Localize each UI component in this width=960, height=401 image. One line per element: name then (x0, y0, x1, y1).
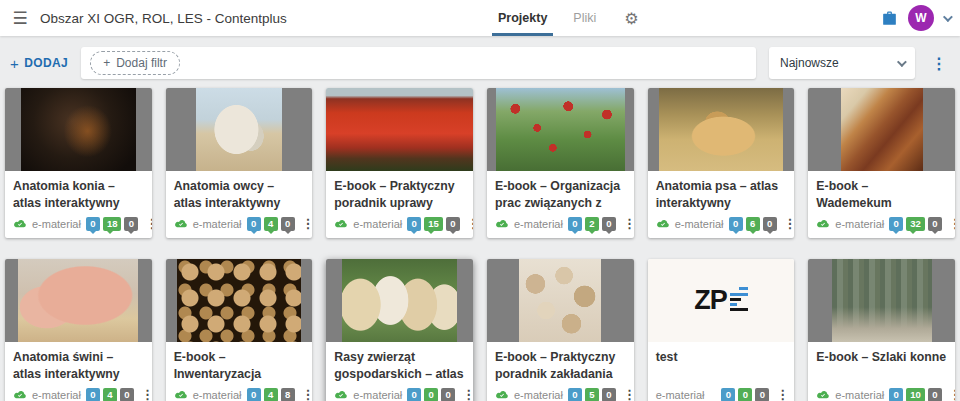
card-footer: e-materiał 0 4 0 ⋮ (166, 212, 313, 238)
tab-pliki[interactable]: Pliki (569, 0, 600, 36)
card-menu-icon[interactable]: ⋮ (302, 216, 313, 231)
project-card[interactable]: E-book – Inwentaryzacja drzewostanów. Ba… (166, 259, 313, 401)
briefcase-icon[interactable] (880, 9, 899, 28)
project-thumbnail-tulips (326, 88, 473, 171)
project-title: Anatomia owcy – atlas interaktywny (166, 171, 313, 212)
zpe-logo: ZP (694, 285, 748, 316)
cloud-check-icon (495, 217, 509, 231)
gear-icon[interactable]: ⚙ (624, 9, 638, 28)
project-card[interactable]: Anatomia konia – atlas interaktywny e-ma… (5, 88, 152, 238)
project-title: Anatomia świni – atlas interaktywny (5, 342, 152, 383)
counter-badges: 0 4 8 (247, 388, 295, 401)
counter-badge-blue: 0 (407, 217, 421, 231)
counter-badges: 0 4 0 (247, 217, 295, 231)
counter-badge-gray: 0 (446, 217, 460, 231)
card-footer: e-materiał 0 18 0 ⋮ (5, 212, 152, 238)
project-title: Rasy zwierząt gospodarskich – atlas inte… (326, 342, 473, 383)
card-footer: e-materiał 0 5 0 ⋮ (487, 383, 634, 401)
material-type-label: e-materiał (32, 389, 81, 401)
card-menu-icon[interactable]: ⋮ (623, 216, 634, 231)
project-card[interactable]: Rasy zwierząt gospodarskich – atlas inte… (326, 259, 473, 401)
counter-badge-green: 0 (424, 388, 438, 401)
toolbar-menu-icon[interactable]: ⋮ (928, 54, 950, 73)
project-title: E-book – Inwentaryzacja drzewostanów. Ba… (166, 342, 313, 383)
card-menu-icon[interactable]: ⋮ (462, 387, 473, 401)
counter-badge-green: 18 (103, 217, 122, 231)
counter-badge-gray: 0 (124, 217, 138, 231)
card-menu-icon[interactable]: ⋮ (784, 216, 795, 231)
project-thumbnail-puppy (648, 88, 795, 171)
project-card[interactable]: E-book – Szlaki konne e-materiał 0 10 0 … (808, 259, 955, 401)
project-thumbnail-mushrooms (487, 259, 634, 342)
tab-projekty[interactable]: Projekty (494, 0, 551, 36)
add-button[interactable]: + DODAJ (10, 55, 68, 72)
project-card[interactable]: Anatomia owcy – atlas interaktywny e-mat… (166, 88, 313, 238)
counter-badge-green: 32 (906, 217, 925, 231)
counter-badge-gray: 0 (928, 217, 942, 231)
project-thumbnail-pigs (5, 259, 152, 342)
project-thumbnail-riders (808, 259, 955, 342)
counter-badge-blue: 0 (568, 388, 582, 401)
project-title: E-book – Wademekum technologii produkcji… (808, 171, 955, 212)
card-menu-icon[interactable]: ⋮ (302, 387, 313, 401)
card-footer: e-materiał 0 32 0 ⋮ (808, 212, 955, 238)
counter-badge-green: 10 (906, 388, 925, 401)
counter-badge-green: 5 (585, 388, 599, 401)
material-type-label: e-materiał (835, 389, 884, 401)
filter-bar: + Dodaj filtr (81, 47, 756, 79)
counter-badge-blue: 0 (721, 388, 735, 401)
cloud-check-icon (13, 388, 27, 401)
cloud-check-icon (495, 388, 509, 401)
cloud-check-icon (13, 217, 27, 231)
counter-badge-green: 4 (264, 388, 278, 401)
project-card[interactable]: Anatomia psa – atlas interaktywny e-mate… (648, 88, 795, 238)
cloud-check-icon (816, 388, 830, 401)
counter-badge-gray: 0 (281, 217, 295, 231)
avatar[interactable]: W (908, 5, 934, 31)
counter-badges: 0 6 0 (729, 217, 777, 231)
card-menu-icon[interactable]: ⋮ (949, 387, 955, 401)
cloud-check-icon (816, 217, 830, 231)
cloud-check-icon (656, 217, 670, 231)
add-button-label: DODAJ (24, 56, 68, 70)
chevron-down-icon (897, 57, 907, 67)
project-thumbnail-sheep (166, 88, 313, 171)
project-title: E-book – Szlaki konne (808, 342, 955, 383)
card-footer: e-materiał 0 4 8 ⋮ (166, 383, 313, 401)
sort-dropdown[interactable]: Najnowsze (769, 47, 915, 79)
card-menu-icon[interactable]: ⋮ (776, 387, 789, 401)
add-filter-label: Dodaj filtr (116, 56, 167, 70)
plus-icon: + (103, 56, 110, 70)
tab-bar: Projekty Pliki ⚙ (494, 0, 639, 36)
project-thumbnail-orchard (487, 88, 634, 171)
project-card[interactable]: E-book – Organizacja prac związanych z u… (487, 88, 634, 238)
counter-badge-gray: 0 (602, 388, 616, 401)
counter-badge-blue: 0 (889, 217, 903, 231)
card-menu-icon[interactable]: ⋮ (949, 216, 955, 231)
add-filter-button[interactable]: + Dodaj filtr (90, 51, 180, 75)
material-type-label: e-materiał (514, 218, 563, 230)
chevron-down-icon[interactable] (943, 12, 953, 22)
hamburger-menu-icon[interactable]: ☰ (0, 8, 40, 29)
card-footer: e-materiał 0 0 0 ⋮ (326, 383, 473, 401)
project-title: Anatomia konia – atlas interaktywny (5, 171, 152, 212)
card-footer: e-materiał 0 4 0 ⋮ (5, 383, 152, 401)
sort-selected-value: Najnowsze (780, 56, 839, 70)
card-menu-icon[interactable]: ⋮ (141, 387, 152, 401)
counter-badge-gray: 8 (281, 388, 295, 401)
material-type-label: e-materiał (835, 218, 884, 230)
counter-badge-blue: 0 (407, 388, 421, 401)
project-card[interactable]: E-book – Wademekum technologii produkcji… (808, 88, 955, 238)
card-menu-icon[interactable]: ⋮ (145, 216, 151, 231)
plus-icon: + (10, 55, 19, 72)
project-card[interactable]: Anatomia świni – atlas interaktywny e-ma… (5, 259, 152, 401)
card-menu-icon[interactable]: ⋮ (623, 387, 634, 401)
project-card[interactable]: ZP test e-materiał 0 0 0 ⋮ (648, 259, 795, 401)
project-card[interactable]: E-book – Praktyczny poradnik uprawy rośl… (326, 88, 473, 238)
material-type-label: e-materiał (514, 389, 563, 401)
card-menu-icon[interactable]: ⋮ (467, 216, 473, 231)
material-type-label: e-materiał (675, 218, 724, 230)
project-card[interactable]: E-book – Praktyczny poradnik zakładania … (487, 259, 634, 401)
project-title: E-book – Praktyczny poradnik zakładania … (487, 342, 634, 383)
counter-badges: 0 5 0 (568, 388, 616, 401)
